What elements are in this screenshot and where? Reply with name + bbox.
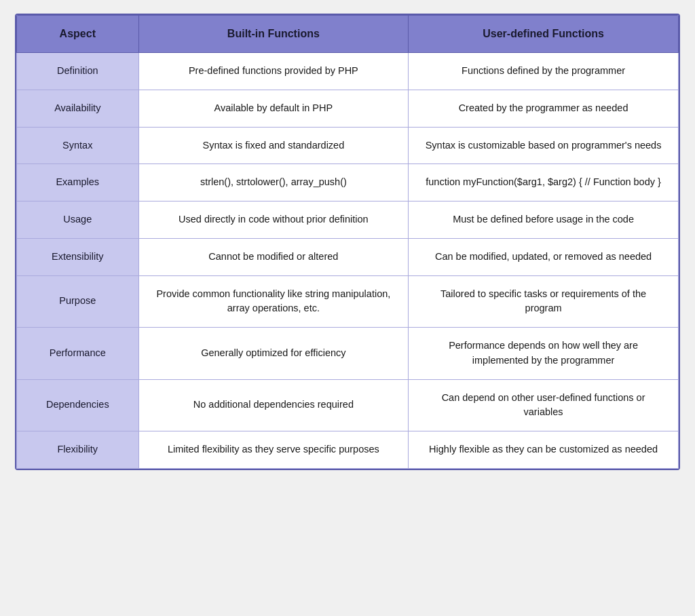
cell-aspect: Extensibility (17, 238, 139, 275)
table-header-row: Aspect Built-in Functions User-defined F… (17, 16, 679, 53)
cell-builtin: Limited flexibility as they serve specif… (138, 431, 409, 469)
cell-aspect: Purpose (17, 275, 139, 328)
table-row: PerformanceGenerally optimized for effic… (17, 328, 679, 380)
cell-aspect: Dependencies (17, 379, 139, 431)
table-row: PurposeProvide common functionality like… (17, 275, 679, 328)
cell-userdefined: Must be defined before usage in the code (409, 201, 679, 239)
cell-builtin: Provide common functionality like string… (138, 275, 409, 328)
cell-builtin: Available by default in PHP (138, 90, 409, 127)
cell-userdefined: function myFunction($arg1, $arg2) { // F… (409, 164, 679, 201)
cell-userdefined: Highly flexible as they can be customize… (409, 431, 679, 469)
header-aspect: Aspect (17, 16, 139, 53)
comparison-table: Aspect Built-in Functions User-defined F… (16, 15, 679, 469)
cell-builtin: Generally optimized for efficiency (138, 328, 409, 380)
cell-userdefined: Performance depends on how well they are… (409, 328, 679, 380)
cell-builtin: No additional dependencies required (138, 379, 409, 431)
cell-aspect: Syntax (17, 127, 139, 164)
header-userdefined: User-defined Functions (409, 16, 679, 53)
cell-aspect: Examples (17, 164, 139, 201)
cell-userdefined: Tailored to specific tasks or requiremen… (409, 275, 679, 328)
table-row: DefinitionPre-defined functions provided… (17, 53, 679, 90)
comparison-table-wrapper: Aspect Built-in Functions User-defined F… (15, 14, 680, 470)
cell-aspect: Flexibility (17, 431, 139, 469)
table-row: AvailabilityAvailable by default in PHPC… (17, 90, 679, 127)
table-row: FlexibilityLimited flexibility as they s… (17, 431, 679, 469)
table-row: ExtensibilityCannot be modified or alter… (17, 238, 679, 275)
cell-builtin: Used directly in code without prior defi… (138, 201, 409, 239)
cell-builtin: Pre-defined functions provided by PHP (138, 53, 409, 90)
cell-builtin: Syntax is fixed and standardized (138, 127, 409, 164)
cell-userdefined: Can depend on other user-defined functio… (409, 379, 679, 431)
table-row: UsageUsed directly in code without prior… (17, 201, 679, 239)
table-row: SyntaxSyntax is fixed and standardizedSy… (17, 127, 679, 164)
cell-builtin: strlen(), strtolower(), array_push() (138, 164, 409, 201)
cell-userdefined: Functions defined by the programmer (409, 53, 679, 90)
table-row: DependenciesNo additional dependencies r… (17, 379, 679, 431)
cell-aspect: Performance (17, 328, 139, 380)
cell-builtin: Cannot be modified or altered (138, 238, 409, 275)
cell-aspect: Definition (17, 53, 139, 90)
cell-userdefined: Created by the programmer as needed (409, 90, 679, 127)
cell-aspect: Usage (17, 201, 139, 239)
header-builtin: Built-in Functions (138, 16, 409, 53)
table-row: Examplesstrlen(), strtolower(), array_pu… (17, 164, 679, 201)
cell-aspect: Availability (17, 90, 139, 127)
cell-userdefined: Can be modified, updated, or removed as … (409, 238, 679, 275)
cell-userdefined: Syntax is customizable based on programm… (409, 127, 679, 164)
